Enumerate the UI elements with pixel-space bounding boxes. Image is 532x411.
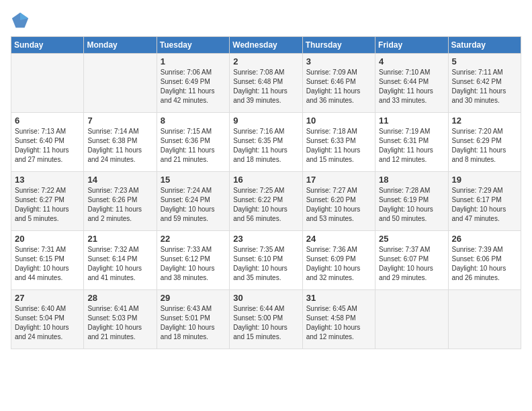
page-header xyxy=(11,11,521,30)
cell-info: Sunrise: 7:06 AMSunset: 6:49 PMDaylight:… xyxy=(161,68,226,105)
day-number: 10 xyxy=(306,116,371,126)
calendar-cell: 14Sunrise: 7:23 AMSunset: 6:26 PMDayligh… xyxy=(84,172,157,231)
calendar-cell: 5Sunrise: 7:11 AMSunset: 6:42 PMDaylight… xyxy=(448,54,521,113)
calendar-cell: 16Sunrise: 7:25 AMSunset: 6:22 PMDayligh… xyxy=(230,172,302,231)
day-number: 26 xyxy=(452,234,517,244)
cell-info: Sunrise: 7:23 AMSunset: 6:26 PMDaylight:… xyxy=(87,186,152,224)
day-header-friday: Friday xyxy=(375,37,448,54)
day-header-tuesday: Tuesday xyxy=(157,37,229,54)
cell-info: Sunrise: 7:33 AMSunset: 6:12 PMDaylight:… xyxy=(161,245,226,283)
calendar-cell: 12Sunrise: 7:20 AMSunset: 6:29 PMDayligh… xyxy=(448,113,521,172)
day-number: 1 xyxy=(161,56,226,66)
cell-info: Sunrise: 7:16 AMSunset: 6:35 PMDaylight:… xyxy=(233,127,298,165)
calendar-cell: 31Sunrise: 6:45 AMSunset: 4:58 PMDayligh… xyxy=(302,290,375,349)
cell-info: Sunrise: 6:45 AMSunset: 4:58 PMDaylight:… xyxy=(306,304,371,342)
calendar-cell: 4Sunrise: 7:10 AMSunset: 6:44 PMDaylight… xyxy=(375,54,448,113)
day-number: 17 xyxy=(306,175,371,185)
calendar-cell: 1Sunrise: 7:06 AMSunset: 6:49 PMDaylight… xyxy=(157,54,229,113)
day-number: 31 xyxy=(306,293,371,303)
week-row-2: 6Sunrise: 7:13 AMSunset: 6:40 PMDaylight… xyxy=(11,113,521,172)
calendar-cell: 21Sunrise: 7:32 AMSunset: 6:14 PMDayligh… xyxy=(84,231,157,290)
day-number: 2 xyxy=(233,56,298,66)
calendar-cell: 19Sunrise: 7:29 AMSunset: 6:17 PMDayligh… xyxy=(448,172,521,231)
calendar-cell: 29Sunrise: 6:43 AMSunset: 5:01 PMDayligh… xyxy=(157,290,229,349)
day-number: 24 xyxy=(306,234,371,244)
calendar-cell: 2Sunrise: 7:08 AMSunset: 6:48 PMDaylight… xyxy=(230,54,302,113)
day-number: 30 xyxy=(233,293,298,303)
cell-info: Sunrise: 7:31 AMSunset: 6:15 PMDaylight:… xyxy=(15,245,80,283)
calendar-cell: 26Sunrise: 7:39 AMSunset: 6:06 PMDayligh… xyxy=(448,231,521,290)
day-number: 12 xyxy=(452,116,517,126)
day-number: 15 xyxy=(161,175,226,185)
cell-info: Sunrise: 7:25 AMSunset: 6:22 PMDaylight:… xyxy=(233,186,298,224)
calendar-cell: 25Sunrise: 7:37 AMSunset: 6:07 PMDayligh… xyxy=(375,231,448,290)
day-number: 7 xyxy=(87,116,152,126)
calendar-cell: 23Sunrise: 7:35 AMSunset: 6:10 PMDayligh… xyxy=(230,231,302,290)
day-number: 16 xyxy=(233,175,298,185)
cell-info: Sunrise: 7:20 AMSunset: 6:29 PMDaylight:… xyxy=(452,127,517,165)
cell-info: Sunrise: 7:14 AMSunset: 6:38 PMDaylight:… xyxy=(87,127,152,165)
calendar-cell: 18Sunrise: 7:28 AMSunset: 6:19 PMDayligh… xyxy=(375,172,448,231)
calendar-cell: 7Sunrise: 7:14 AMSunset: 6:38 PMDaylight… xyxy=(84,113,157,172)
day-number: 4 xyxy=(379,56,444,66)
calendar-cell: 24Sunrise: 7:36 AMSunset: 6:09 PMDayligh… xyxy=(302,231,375,290)
week-row-1: 1Sunrise: 7:06 AMSunset: 6:49 PMDaylight… xyxy=(11,54,521,113)
calendar-cell xyxy=(84,54,157,113)
day-number: 20 xyxy=(15,234,80,244)
day-number: 8 xyxy=(161,116,226,126)
day-number: 9 xyxy=(233,116,298,126)
cell-info: Sunrise: 7:13 AMSunset: 6:40 PMDaylight:… xyxy=(15,127,80,165)
calendar-cell: 3Sunrise: 7:09 AMSunset: 6:46 PMDaylight… xyxy=(302,54,375,113)
day-number: 6 xyxy=(15,116,80,126)
calendar-cell xyxy=(11,54,84,113)
calendar-cell: 30Sunrise: 6:44 AMSunset: 5:00 PMDayligh… xyxy=(230,290,302,349)
week-row-3: 13Sunrise: 7:22 AMSunset: 6:27 PMDayligh… xyxy=(11,172,521,231)
calendar-cell: 27Sunrise: 6:40 AMSunset: 5:04 PMDayligh… xyxy=(11,290,84,349)
day-number: 3 xyxy=(306,56,371,66)
calendar-cell: 10Sunrise: 7:18 AMSunset: 6:33 PMDayligh… xyxy=(302,113,375,172)
calendar-cell: 15Sunrise: 7:24 AMSunset: 6:24 PMDayligh… xyxy=(157,172,229,231)
cell-info: Sunrise: 7:08 AMSunset: 6:48 PMDaylight:… xyxy=(233,68,298,105)
day-number: 5 xyxy=(452,56,517,66)
cell-info: Sunrise: 6:40 AMSunset: 5:04 PMDaylight:… xyxy=(15,304,80,342)
week-row-5: 27Sunrise: 6:40 AMSunset: 5:04 PMDayligh… xyxy=(11,290,521,349)
calendar-cell: 8Sunrise: 7:15 AMSunset: 6:36 PMDaylight… xyxy=(157,113,229,172)
cell-info: Sunrise: 7:11 AMSunset: 6:42 PMDaylight:… xyxy=(452,68,517,105)
cell-info: Sunrise: 7:24 AMSunset: 6:24 PMDaylight:… xyxy=(161,186,226,224)
calendar-cell xyxy=(375,290,448,349)
logo-icon xyxy=(11,11,30,30)
calendar-cell: 13Sunrise: 7:22 AMSunset: 6:27 PMDayligh… xyxy=(11,172,84,231)
day-number: 11 xyxy=(379,116,444,126)
day-number: 22 xyxy=(161,234,226,244)
day-header-thursday: Thursday xyxy=(302,37,375,54)
day-header-monday: Monday xyxy=(84,37,157,54)
cell-info: Sunrise: 7:36 AMSunset: 6:09 PMDaylight:… xyxy=(306,245,371,283)
cell-info: Sunrise: 7:29 AMSunset: 6:17 PMDaylight:… xyxy=(452,186,517,224)
cell-info: Sunrise: 7:18 AMSunset: 6:33 PMDaylight:… xyxy=(306,127,371,165)
day-number: 27 xyxy=(15,293,80,303)
day-number: 19 xyxy=(452,175,517,185)
cell-info: Sunrise: 7:37 AMSunset: 6:07 PMDaylight:… xyxy=(379,245,444,283)
day-number: 14 xyxy=(87,175,152,185)
day-header-saturday: Saturday xyxy=(448,37,521,54)
calendar-cell: 11Sunrise: 7:19 AMSunset: 6:31 PMDayligh… xyxy=(375,113,448,172)
day-number: 13 xyxy=(15,175,80,185)
day-number: 23 xyxy=(233,234,298,244)
calendar-cell: 9Sunrise: 7:16 AMSunset: 6:35 PMDaylight… xyxy=(230,113,302,172)
day-header-sunday: Sunday xyxy=(11,37,84,54)
cell-info: Sunrise: 6:44 AMSunset: 5:00 PMDaylight:… xyxy=(233,304,298,342)
cell-info: Sunrise: 7:28 AMSunset: 6:19 PMDaylight:… xyxy=(379,186,444,224)
calendar-cell: 17Sunrise: 7:27 AMSunset: 6:20 PMDayligh… xyxy=(302,172,375,231)
day-header-wednesday: Wednesday xyxy=(230,37,302,54)
calendar-cell: 20Sunrise: 7:31 AMSunset: 6:15 PMDayligh… xyxy=(11,231,84,290)
cell-info: Sunrise: 7:15 AMSunset: 6:36 PMDaylight:… xyxy=(161,127,226,165)
calendar-table: SundayMondayTuesdayWednesdayThursdayFrid… xyxy=(11,36,521,349)
cell-info: Sunrise: 7:19 AMSunset: 6:31 PMDaylight:… xyxy=(379,127,444,165)
week-row-4: 20Sunrise: 7:31 AMSunset: 6:15 PMDayligh… xyxy=(11,231,521,290)
day-number: 21 xyxy=(87,234,152,244)
day-number: 29 xyxy=(161,293,226,303)
day-number: 18 xyxy=(379,175,444,185)
calendar-cell: 22Sunrise: 7:33 AMSunset: 6:12 PMDayligh… xyxy=(157,231,229,290)
cell-info: Sunrise: 7:32 AMSunset: 6:14 PMDaylight:… xyxy=(87,245,152,283)
cell-info: Sunrise: 6:41 AMSunset: 5:03 PMDaylight:… xyxy=(87,304,152,342)
